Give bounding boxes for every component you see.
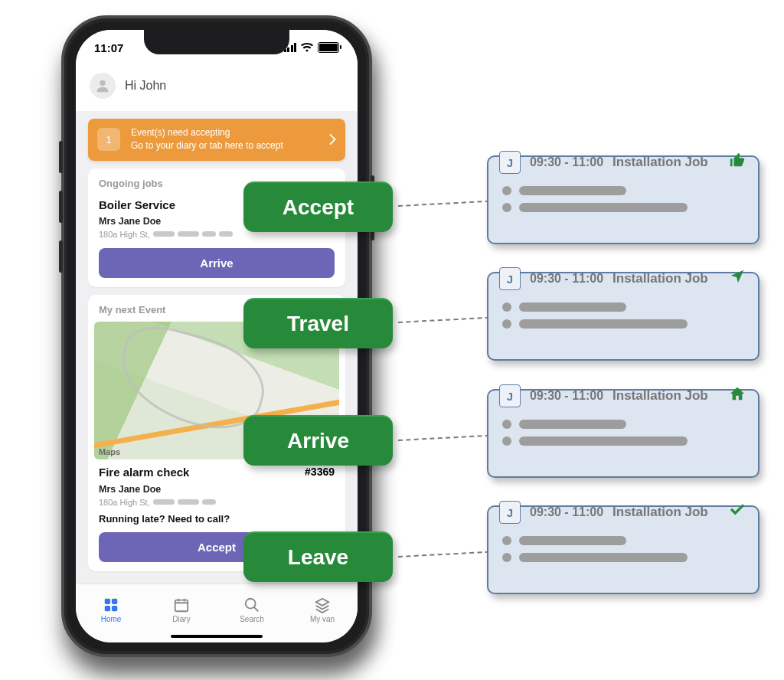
thumbs-up-icon [727,152,747,173]
notice-line1: Event(s) need accepting [131,126,318,139]
diary-card-title: Installation Job [612,155,718,170]
notice-count: 1 [97,128,120,151]
diary-card-time: 09:30 - 11:00 [530,155,603,169]
svg-rect-5 [175,600,188,611]
svg-rect-4 [112,605,117,610]
diary-card-tag: J [499,267,521,290]
phone-notch [144,30,289,54]
connector-line [398,551,490,557]
svg-rect-1 [105,598,110,603]
diary-card-time: 09:30 - 11:00 [530,389,603,403]
avatar-icon[interactable] [90,73,116,99]
next-event-section-title: My next Event [99,304,165,315]
map-attribution: Maps [99,447,120,456]
action-pill-accept[interactable]: Accept [243,181,393,232]
check-icon [727,502,747,523]
app-header: Hi John [76,65,358,111]
svg-rect-2 [112,598,117,603]
tab-diary[interactable]: Diary [146,584,217,635]
diary-card-title: Installation Job [612,388,718,404]
connector-line [398,435,490,441]
diary-card-travel[interactable]: J 09:30 - 11:00 Installation Job [487,272,760,361]
calendar-icon [173,597,190,613]
battery-icon [318,42,339,53]
notice-line2: Go to your diary or tab here to accept [131,139,318,152]
home-grid-icon [103,597,119,613]
tab-search-label: Search [240,615,264,623]
ongoing-address: 180a High St, [99,230,150,239]
svg-rect-3 [105,605,110,610]
tab-home[interactable]: Home [76,584,146,635]
diary-card-tag: J [499,384,521,407]
notice-banner[interactable]: 1 Event(s) need accepting Go to your dia… [88,119,345,161]
arrive-button[interactable]: Arrive [99,248,335,278]
diary-card-title: Installation Job [612,271,718,286]
diary-card-leave[interactable]: J 09:30 - 11:00 Installation Job [487,505,760,594]
action-pill-arrive[interactable]: Arrive [243,415,393,466]
next-event-title: Fire alarm check [99,466,189,479]
tab-diary-label: Diary [172,615,190,623]
tab-bar: Home Diary Search My van [76,584,358,642]
tab-my-van[interactable]: My van [287,584,358,635]
svg-point-0 [100,80,105,86]
diary-card-title: Installation Job [612,505,718,520]
status-time: 11:07 [94,41,123,54]
connector-line [398,317,490,323]
action-pill-leave[interactable]: Leave [243,531,393,582]
tab-home-label: Home [101,615,122,623]
diary-card-tag: J [499,151,521,174]
connector-line [398,201,490,207]
next-event-job-number: #3369 [305,466,335,478]
chevron-right-icon [329,134,336,145]
tab-search[interactable]: Search [217,584,287,635]
next-event-customer: Mrs Jane Doe [99,484,335,495]
diary-card-arrive[interactable]: J 09:30 - 11:00 Installation Job [487,389,760,478]
wifi-icon [301,43,313,52]
layers-icon [314,597,331,613]
diary-card-tag: J [499,501,521,524]
svg-point-6 [246,598,256,608]
greeting-text: Hi John [125,79,166,93]
diary-card-time: 09:30 - 11:00 [530,272,603,286]
house-icon [727,385,747,407]
action-pill-travel[interactable]: Travel [243,298,393,348]
next-event-address: 180a High St, [99,498,150,507]
tab-my-van-label: My van [310,615,335,623]
diary-card-accept[interactable]: J 09:30 - 11:00 Installation Job [487,155,760,244]
running-late-text[interactable]: Running late? Need to call? [99,513,335,525]
home-indicator [171,635,263,638]
navigate-icon [727,268,747,289]
search-icon [243,597,260,613]
diary-card-time: 09:30 - 11:00 [530,505,603,519]
